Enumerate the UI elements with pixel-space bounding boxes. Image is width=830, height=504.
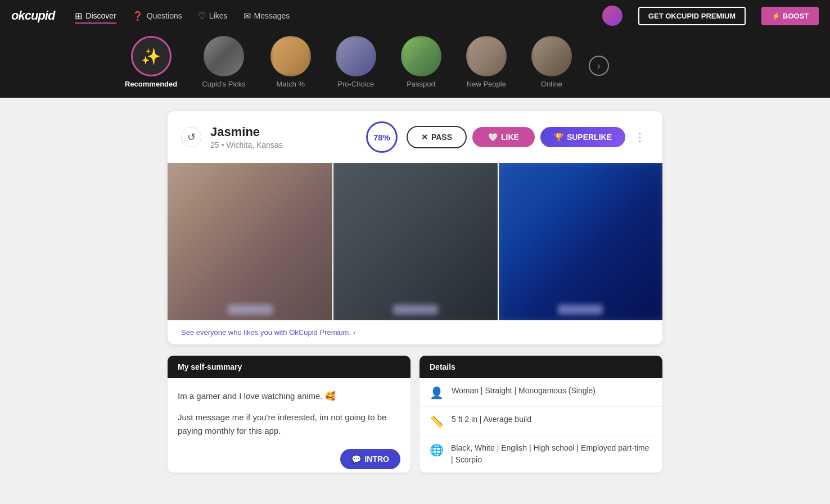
nav-discover[interactable]: ⊞ Discover [75,8,116,24]
action-buttons: ✕ PASS 🤍 LIKE 🏆 SUPERLIKE ⋮ [407,126,649,148]
cat-thumb-recommended: ✨ [131,36,172,76]
premium-link[interactable]: See everyone who likes you with OkCupid … [168,320,662,344]
cat-thumb-cupids [204,36,244,76]
logo: okcupid [11,8,55,23]
photos-row [168,163,662,320]
lower-sections: My self-summary Im a gamer and I love wa… [168,356,662,473]
likes-icon: ♡ [198,11,206,21]
nav-questions[interactable]: ❓ Questions [132,8,182,24]
boost-button[interactable]: ⚡ BOOST [761,7,819,25]
photo-3[interactable] [498,163,662,320]
cat-passport[interactable]: Passport [389,36,454,88]
cat-pro-choice[interactable]: Pro-Choice [323,36,389,88]
detail-row-0: 👤 Woman | Straight | Monogamous (Single) [419,378,662,407]
detail-text-0: Woman | Straight | Monogamous (Single) [452,385,596,397]
detail-row-2: 🌐 Black, White | English | High school |… [419,435,662,473]
cat-thumb-match [270,36,311,76]
details-card: Details 👤 Woman | Straight | Monogamous … [419,356,662,473]
message-icon: 💬 [351,455,361,464]
self-summary-card: My self-summary Im a gamer and I love wa… [168,356,411,473]
main-content: ↺ Jasmine 25 • Wichita, Kansas 78% ✕ PAS… [156,111,674,473]
messages-icon: ✉ [243,11,251,21]
refresh-button[interactable]: ↺ [181,127,201,147]
photo-1[interactable] [168,163,332,320]
cat-match[interactable]: Match % [258,36,323,88]
cat-label-cupids: Cupid's Picks [202,80,246,88]
cat-online[interactable]: Online [519,36,584,88]
cat-thumb-newpeople [466,36,507,76]
detail-text-2: Black, White | English | High school | E… [451,442,652,466]
top-nav: okcupid ⊞ Discover ❓ Questions ♡ Likes ✉… [0,0,830,31]
summary-text-2: Just message me if you're interested, im… [178,411,400,438]
cat-thumb-passport [401,36,441,76]
profile-card: ↺ Jasmine 25 • Wichita, Kansas 78% ✕ PAS… [168,111,662,344]
cat-thumb-online [531,36,572,76]
nav-messages[interactable]: ✉ Messages [243,8,290,24]
cat-label-match: Match % [277,80,305,88]
profile-name-section: Jasmine 25 • Wichita, Kansas [210,125,357,149]
cat-new-people[interactable]: New People [454,36,519,88]
self-summary-body: Im a gamer and I love watching anime. 🥰 … [168,378,411,457]
cat-label-prochoice: Pro-Choice [337,80,374,88]
category-next-button[interactable]: › [589,56,609,76]
details-header: Details [419,356,662,378]
superlike-icon: 🏆 [554,133,563,142]
cat-label-online: Online [541,80,562,88]
summary-text-1: Im a gamer and I love watching anime. 🥰 [178,389,400,403]
profile-header: ↺ Jasmine 25 • Wichita, Kansas 78% ✕ PAS… [168,111,662,163]
x-icon: ✕ [421,133,428,142]
cat-thumb-prochoice [336,36,376,76]
heart-icon: 🤍 [488,133,498,142]
questions-icon: ❓ [132,11,143,21]
height-icon: 📏 [430,415,444,428]
pass-button[interactable]: ✕ PASS [407,126,467,148]
match-circle: 78% [366,121,398,153]
self-summary-header: My self-summary [168,356,411,378]
category-bar: ✨ Recommended Cupid's Picks Match % Pro-… [0,31,830,98]
like-button[interactable]: 🤍 LIKE [472,127,535,147]
photo-2[interactable] [332,163,497,320]
discover-icon: ⊞ [75,11,82,21]
profile-sub: 25 • Wichita, Kansas [210,140,357,149]
cat-label-recommended: Recommended [125,80,177,88]
cat-label-newpeople: New People [467,80,506,88]
avatar[interactable] [602,6,622,26]
person-icon: 👤 [430,386,444,399]
profile-name: Jasmine [210,125,357,139]
recommended-icon: ✨ [141,47,161,66]
detail-text-1: 5 ft 2 in | Average build [452,414,531,425]
cat-cupids-picks[interactable]: Cupid's Picks [190,36,258,88]
cat-recommended[interactable]: ✨ Recommended [112,36,190,88]
superlike-button[interactable]: 🏆 SUPERLIKE [540,127,625,147]
premium-button[interactable]: GET OKCUPID PREMIUM [638,7,746,25]
detail-row-1: 📏 5 ft 2 in | Average build [419,407,662,435]
globe-icon: 🌐 [430,443,443,457]
more-options-button[interactable]: ⋮ [631,128,649,146]
intro-button[interactable]: 💬 INTRO [340,449,400,469]
nav-likes[interactable]: ♡ Likes [198,8,228,24]
cat-label-passport: Passport [407,80,435,88]
